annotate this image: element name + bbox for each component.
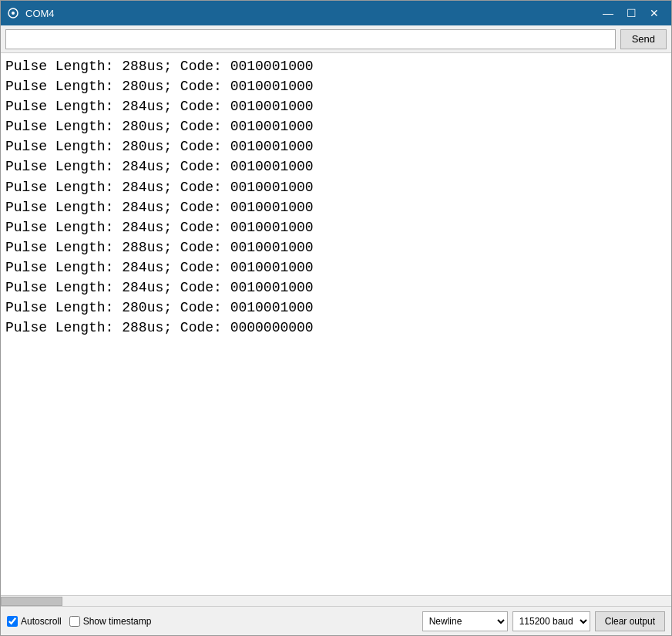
autoscroll-label[interactable]: Autoscroll bbox=[21, 616, 62, 627]
output-line: Pulse Length: 284us; Code: 0010001000 bbox=[5, 177, 667, 197]
timestamp-checkbox[interactable] bbox=[69, 616, 80, 627]
output-line: Pulse Length: 284us; Code: 0010001000 bbox=[5, 257, 667, 278]
title-bar: COM4 — ☐ ✕ bbox=[1, 1, 671, 25]
title-bar-left: COM4 bbox=[7, 7, 55, 19]
output-content: Pulse Length: 288us; Code: 0010001000Pul… bbox=[5, 56, 667, 338]
output-line: Pulse Length: 284us; Code: 0010001000 bbox=[5, 156, 667, 177]
output-line: Pulse Length: 280us; Code: 0010001000 bbox=[5, 136, 667, 156]
main-window: COM4 — ☐ ✕ Send Pulse Length: 288us; Cod… bbox=[0, 0, 672, 636]
autoscroll-group: Autoscroll bbox=[7, 616, 62, 627]
status-bar-right: No line endingNewlineCarriage returnBoth… bbox=[422, 611, 665, 631]
clear-output-button[interactable]: Clear output bbox=[595, 611, 665, 631]
minimize-button[interactable]: — bbox=[597, 5, 619, 22]
output-line: Pulse Length: 284us; Code: 0010001000 bbox=[5, 217, 667, 237]
output-line: Pulse Length: 288us; Code: 0010001000 bbox=[5, 56, 667, 76]
timestamp-label[interactable]: Show timestamp bbox=[83, 616, 152, 627]
h-scrollbar-thumb[interactable] bbox=[1, 597, 62, 606]
output-line: Pulse Length: 288us; Code: 0000000000 bbox=[5, 318, 667, 338]
output-line: Pulse Length: 284us; Code: 0010001000 bbox=[5, 96, 667, 116]
title-bar-controls: — ☐ ✕ bbox=[597, 5, 665, 22]
status-bar: Autoscroll Show timestamp No line ending… bbox=[1, 606, 671, 635]
newline-select[interactable]: No line endingNewlineCarriage returnBoth… bbox=[422, 611, 508, 631]
h-scrollbar-track bbox=[1, 596, 671, 606]
send-button[interactable]: Send bbox=[620, 29, 667, 49]
output-line: Pulse Length: 280us; Code: 0010001000 bbox=[5, 298, 667, 318]
window-title: COM4 bbox=[25, 8, 55, 19]
serial-output-area[interactable]: Pulse Length: 288us; Code: 0010001000Pul… bbox=[1, 53, 671, 595]
output-line: Pulse Length: 280us; Code: 0010001000 bbox=[5, 76, 667, 96]
serial-input[interactable] bbox=[5, 29, 616, 49]
timestamp-group: Show timestamp bbox=[69, 616, 152, 627]
horizontal-scrollbar[interactable] bbox=[1, 595, 671, 606]
app-icon bbox=[7, 7, 19, 19]
output-line: Pulse Length: 284us; Code: 0010001000 bbox=[5, 197, 667, 217]
toolbar: Send bbox=[1, 25, 671, 53]
baud-rate-select[interactable]: 300 baud1200 baud2400 baud4800 baud9600 … bbox=[512, 611, 590, 631]
close-button[interactable]: ✕ bbox=[643, 5, 665, 22]
svg-point-1 bbox=[12, 12, 15, 15]
output-line: Pulse Length: 288us; Code: 0010001000 bbox=[5, 237, 667, 257]
autoscroll-checkbox[interactable] bbox=[7, 616, 18, 627]
output-line: Pulse Length: 284us; Code: 0010001000 bbox=[5, 278, 667, 298]
maximize-button[interactable]: ☐ bbox=[620, 5, 642, 22]
output-line: Pulse Length: 280us; Code: 0010001000 bbox=[5, 116, 667, 136]
